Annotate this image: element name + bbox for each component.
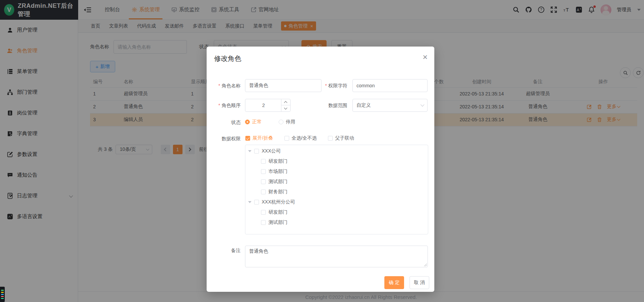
tree-expand-icon[interactable] [248, 150, 251, 152]
radio-label: 正常 [252, 119, 262, 125]
widget-bar [1, 292, 4, 293]
edit-role-modal: 修改角色 ✕ 角色名称 权限字符 角色顺序 2 数据范围 自定义 状态 正常 停… [207, 47, 434, 292]
checkbox-label: 父子联动 [335, 135, 354, 141]
tree-node[interactable]: 测试部门 [245, 217, 428, 228]
increase-button[interactable] [281, 99, 290, 105]
role-key-label: 权限字符 [319, 83, 347, 89]
tree-node[interactable]: 市场部门 [245, 166, 428, 177]
widget-bar [1, 290, 4, 291]
status-radio-normal[interactable]: 正常 [245, 119, 262, 125]
tree-node-label: 测试部门 [268, 219, 288, 226]
checkbox-icon[interactable] [261, 169, 266, 174]
radio-icon [245, 120, 250, 124]
tree-node[interactable]: 研发部门 [245, 207, 428, 217]
chevron-down-icon [420, 103, 424, 106]
widget-bar [1, 294, 4, 295]
data-scope-label: 数据范围 [319, 103, 347, 109]
parent-child-link-checkbox[interactable]: 父子联动 [328, 135, 354, 141]
tree-node[interactable]: 研发部门 [245, 156, 428, 166]
app-root: V ZRAdmin.NET后台管理 控制台 系统管理 系统监控 [0, 0, 644, 302]
tree-node-label: 财务部门 [268, 189, 288, 195]
permission-tree: XXX公司 研发部门 市场部门 测试部门 财务部门 XXX杭州分公司 研发部门 … [245, 145, 428, 234]
data-scope-select[interactable]: 自定义 [352, 99, 428, 112]
cancel-button[interactable]: 取 消 [410, 276, 429, 289]
stepper-arrows [281, 99, 290, 111]
role-key-input[interactable] [352, 79, 428, 92]
checkbox-icon [245, 136, 250, 141]
radio-label: 停用 [286, 119, 295, 125]
tree-node-label: XXX杭州分公司 [262, 199, 295, 205]
select-all-checkbox[interactable]: 全选/全不选 [284, 135, 317, 141]
status-label: 状态 [207, 120, 241, 126]
data-permission-label: 数据权限 [207, 136, 241, 142]
checkbox-icon[interactable] [261, 179, 266, 184]
tree-node-label: 研发部门 [268, 209, 288, 215]
role-name-label: 角色名称 [207, 83, 241, 89]
devtools-corner-widget[interactable] [0, 287, 5, 302]
tree-node[interactable]: XXX杭州分公司 [245, 197, 428, 207]
checkbox-icon[interactable] [261, 220, 266, 225]
checkbox-icon[interactable] [254, 200, 259, 205]
checkbox-icon[interactable] [261, 190, 266, 194]
remark-textarea[interactable]: 普通角色 [245, 246, 428, 267]
checkbox-icon [328, 136, 333, 141]
checkbox-label: 全选/全不选 [292, 135, 317, 141]
tree-expand-icon[interactable] [248, 201, 251, 203]
tree-node[interactable]: XXX公司 [245, 146, 428, 156]
decrease-button[interactable] [281, 105, 290, 111]
checkbox-icon[interactable] [261, 159, 266, 164]
checkbox-icon [284, 136, 289, 141]
modal-title: 修改角色 [214, 54, 241, 63]
tree-node-label: 研发部门 [268, 158, 288, 164]
tree-node[interactable]: 财务部门 [245, 187, 428, 197]
checkbox-icon[interactable] [261, 210, 266, 215]
role-name-input[interactable] [245, 79, 321, 92]
close-icon[interactable]: ✕ [421, 53, 429, 61]
tree-node-label: XXX公司 [262, 148, 281, 154]
checkbox-icon[interactable] [254, 149, 259, 154]
widget-bar [1, 296, 4, 297]
tree-node-label: 市场部门 [268, 168, 288, 175]
status-radio-disabled[interactable]: 停用 [279, 119, 295, 125]
remark-label: 备注 [207, 248, 241, 254]
checkbox-label: 展开/折叠 [253, 135, 273, 141]
remark-field-wrap: 普通角色 [245, 246, 428, 267]
role-order-label: 角色顺序 [207, 103, 241, 109]
role-order-stepper[interactable]: 2 [245, 99, 291, 112]
radio-icon [279, 120, 283, 124]
tree-node-label: 测试部门 [268, 179, 288, 185]
stepper-value: 2 [245, 99, 282, 111]
expand-collapse-checkbox[interactable]: 展开/折叠 [245, 135, 273, 141]
select-value: 自定义 [356, 102, 371, 108]
widget-bar [1, 298, 4, 299]
tree-node[interactable]: 测试部门 [245, 177, 428, 187]
confirm-button[interactable]: 确 定 [384, 276, 404, 289]
